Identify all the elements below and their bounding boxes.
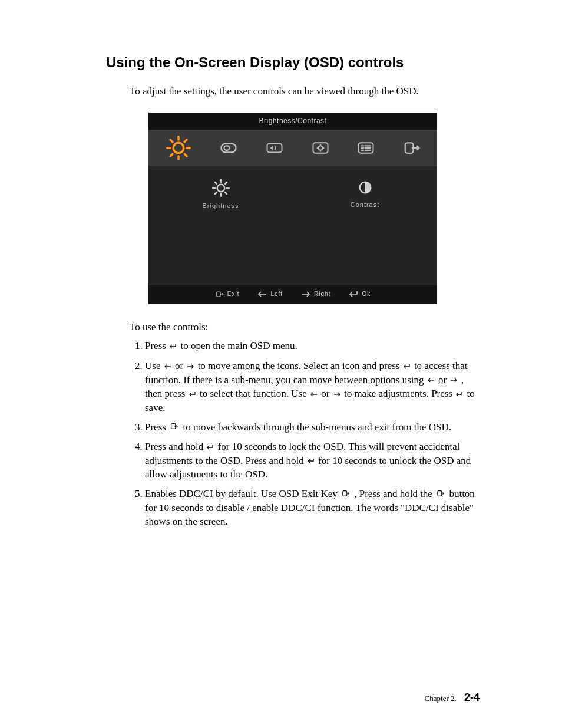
osd-right-hint: Right: [300, 289, 330, 299]
enter-icon: [170, 340, 177, 354]
step-1: Press to open the main OSD menu.: [145, 340, 480, 354]
howto-label: To use the controls:: [130, 321, 480, 334]
chapter-label: Chapter 2.: [425, 694, 457, 703]
right-arrow-icon: [187, 360, 194, 374]
tab-brightness-icon[interactable]: [166, 136, 191, 160]
left-arrow-icon: [428, 374, 435, 387]
osd-option-contrast[interactable]: Contrast: [293, 179, 437, 210]
right-arrow-icon: [333, 388, 340, 401]
osd-option-contrast-label: Contrast: [351, 201, 380, 208]
enter-icon: [404, 360, 411, 374]
intro-text: To adjust the settings, the user control…: [130, 85, 480, 98]
left-arrow-icon: [310, 388, 318, 401]
osd-ok-hint: Ok: [348, 289, 371, 299]
enter-icon: [189, 388, 196, 401]
osd-option-brightness[interactable]: Brightness: [148, 179, 293, 210]
enter-icon: [308, 454, 315, 468]
osd-left-hint: Left: [257, 289, 283, 299]
right-arrow-icon: [450, 374, 457, 387]
osd-title: Brightness/Contrast: [148, 113, 437, 129]
tab-image-icon[interactable]: [263, 139, 286, 157]
left-arrow-icon: [164, 360, 171, 374]
exit-icon: [436, 488, 445, 502]
osd-panel: Brightness/Contrast: [148, 113, 437, 304]
tab-exit-icon[interactable]: [401, 139, 422, 157]
page-footer: Chapter 2. 2-4: [425, 690, 480, 704]
step-4: Press and hold for 10 seconds to lock th…: [145, 440, 480, 482]
exit-icon: [341, 488, 351, 502]
osd-tab-row: [148, 130, 437, 166]
step-2: Use or to move among the icons. Select a…: [145, 360, 480, 415]
step-3: Press to move backwards through the sub-…: [145, 421, 480, 435]
page-number: 2-4: [464, 691, 480, 703]
exit-icon: [170, 421, 179, 434]
osd-exit-hint: Exit: [215, 289, 240, 299]
tab-position-icon[interactable]: [217, 139, 240, 157]
tab-options-icon[interactable]: [309, 139, 332, 157]
osd-option-brightness-label: Brightness: [203, 202, 239, 209]
section-heading: Using the On-Screen Display (OSD) contro…: [106, 53, 480, 72]
enter-icon: [456, 388, 463, 401]
step-5: Enables DDC/CI by default. Use OSD Exit …: [145, 487, 480, 528]
enter-icon: [207, 441, 214, 454]
tab-menu-icon[interactable]: [354, 139, 378, 157]
steps-list: Press to open the main OSD menu. Use or …: [130, 340, 480, 528]
osd-footer: Exit Left Right Ok: [148, 285, 437, 304]
